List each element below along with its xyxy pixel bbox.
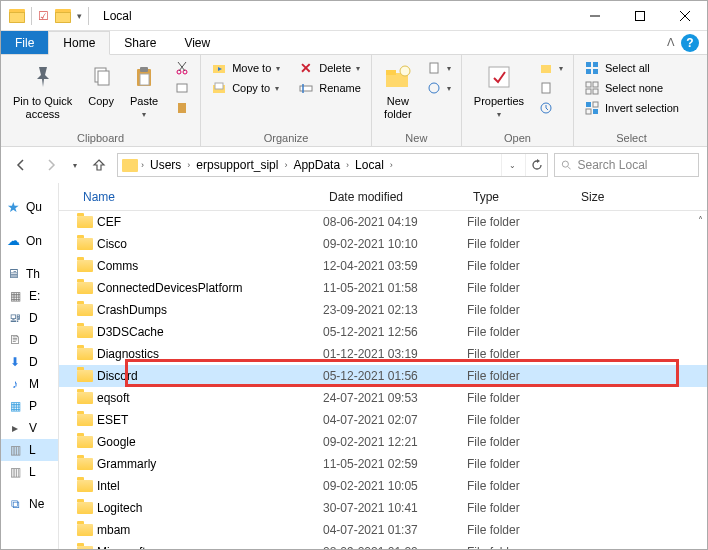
tab-view[interactable]: View <box>170 31 224 54</box>
cut-button[interactable] <box>170 59 194 77</box>
qat-folder-icon[interactable] <box>9 9 25 23</box>
col-name[interactable]: Name <box>77 190 323 204</box>
table-row[interactable]: CrashDumps23-09-2021 02:13File folder <box>59 299 707 321</box>
row-type: File folder <box>467 413 575 427</box>
select-all-button[interactable]: Select all <box>580 59 683 77</box>
tab-home[interactable]: Home <box>48 31 110 55</box>
back-button[interactable] <box>9 153 33 177</box>
history-button[interactable] <box>534 99 567 117</box>
open-button[interactable]: ▾ <box>534 59 567 77</box>
sidebar: ★Qu ☁On 🖥Th ▦E: 🖳D 🖹D ⬇D ♪M ▦P ▸V ▥L ▥L … <box>1 183 59 549</box>
col-type[interactable]: Type <box>467 190 575 204</box>
tab-file[interactable]: File <box>1 31 48 54</box>
copy-button[interactable]: Copy <box>82 59 120 110</box>
crumb-appdata[interactable]: AppData <box>290 158 343 172</box>
minimize-button[interactable] <box>572 1 617 31</box>
edit-button[interactable] <box>534 79 567 97</box>
address-bar[interactable]: › Users› erpsupport_sipl› AppData› Local… <box>117 153 548 177</box>
refresh-button[interactable] <box>525 154 547 176</box>
properties-button[interactable]: Properties ▾ <box>468 59 530 122</box>
collapse-ribbon-icon[interactable]: ᐱ <box>667 36 675 49</box>
table-row[interactable]: Grammarly11-05-2021 02:59File folder <box>59 453 707 475</box>
new-group-label: New <box>378 130 455 144</box>
sidebar-network[interactable]: ⧉Ne <box>1 493 58 515</box>
table-row[interactable]: Diagnostics01-12-2021 03:19File folder <box>59 343 707 365</box>
recent-locations-button[interactable]: ▾ <box>69 153 81 177</box>
sidebar-item[interactable]: 🖹D <box>1 329 58 351</box>
row-date: 08-06-2021 04:19 <box>323 215 467 229</box>
delete-button[interactable]: ✕Delete ▾ <box>294 59 365 77</box>
col-date[interactable]: Date modified <box>323 190 467 204</box>
crumb-user[interactable]: erpsupport_sipl <box>193 158 281 172</box>
sidebar-onedrive[interactable]: ☁On <box>1 229 58 252</box>
paste-shortcut-button[interactable] <box>170 99 194 117</box>
table-row[interactable]: ConnectedDevicesPlatform11-05-2021 01:58… <box>59 277 707 299</box>
svg-rect-38 <box>593 102 598 107</box>
table-row[interactable]: Cisco09-02-2021 10:10File folder <box>59 233 707 255</box>
row-name: ESET <box>97 413 323 427</box>
table-row[interactable]: Logitech30-07-2021 10:41File folder <box>59 497 707 519</box>
sidebar-item[interactable]: ▥L <box>1 461 58 483</box>
search-box[interactable] <box>554 153 699 177</box>
crumb-users[interactable]: Users <box>147 158 184 172</box>
tab-share[interactable]: Share <box>110 31 170 54</box>
sidebar-item[interactable]: ▦P <box>1 395 58 417</box>
maximize-button[interactable] <box>617 1 662 31</box>
table-row[interactable]: Discord05-12-2021 01:56File folder <box>59 365 707 387</box>
row-name: mbam <box>97 523 323 537</box>
row-date: 04-07-2021 02:07 <box>323 413 467 427</box>
sidebar-item[interactable]: ▸V <box>1 417 58 439</box>
svg-rect-29 <box>586 62 591 67</box>
rename-button[interactable]: Rename <box>294 79 365 97</box>
sidebar-item[interactable]: ♪M <box>1 373 58 395</box>
sidebar-item[interactable]: 🖳D <box>1 307 58 329</box>
sidebar-this-pc[interactable]: 🖥Th <box>1 262 58 285</box>
forward-button[interactable] <box>39 153 63 177</box>
table-row[interactable]: Intel09-02-2021 10:05File folder <box>59 475 707 497</box>
close-button[interactable] <box>662 1 707 31</box>
select-none-button[interactable]: Select none <box>580 79 683 97</box>
qat-properties-icon[interactable]: ☑ <box>38 9 49 23</box>
row-name: Logitech <box>97 501 323 515</box>
move-to-button[interactable]: Move to ▾ <box>207 59 284 77</box>
row-name: Grammarly <box>97 457 323 471</box>
row-type: File folder <box>467 347 575 361</box>
table-row[interactable]: Microsoft08-09-2021 01:20File folder <box>59 541 707 549</box>
col-size[interactable]: Size <box>575 190 707 204</box>
row-date: 30-07-2021 10:41 <box>323 501 467 515</box>
ribbon-tabs: File Home Share View ᐱ ? <box>1 31 707 55</box>
table-row[interactable]: mbam04-07-2021 01:37File folder <box>59 519 707 541</box>
search-input[interactable] <box>577 158 692 172</box>
sidebar-quick-access[interactable]: ★Qu <box>1 195 58 219</box>
easy-access-button[interactable]: ▾ <box>422 79 455 97</box>
table-row[interactable]: D3DSCache05-12-2021 12:56File folder <box>59 321 707 343</box>
qat-customize-icon[interactable]: ▾ <box>77 11 82 21</box>
row-type: File folder <box>467 545 575 549</box>
copy-to-button[interactable]: Copy to ▾ <box>207 79 284 97</box>
up-button[interactable] <box>87 153 111 177</box>
crumb-local[interactable]: Local <box>352 158 387 172</box>
address-dropdown-button[interactable]: ⌄ <box>501 154 523 176</box>
open-group-label: Open <box>468 130 567 144</box>
sidebar-item[interactable]: ▥L <box>1 439 58 461</box>
paste-button[interactable]: Paste ▾ <box>124 59 164 122</box>
invert-selection-button[interactable]: Invert selection <box>580 99 683 117</box>
row-date: 12-04-2021 03:59 <box>323 259 467 273</box>
table-row[interactable]: eqsoft24-07-2021 09:53File folder <box>59 387 707 409</box>
row-name: D3DSCache <box>97 325 323 339</box>
svg-rect-7 <box>140 67 148 72</box>
qat-folder2-icon[interactable] <box>55 9 71 23</box>
pin-to-quick-access-button[interactable]: Pin to Quick access <box>7 59 78 123</box>
table-row[interactable]: CEF08-06-2021 04:19File folder <box>59 211 707 233</box>
help-icon[interactable]: ? <box>681 34 699 52</box>
table-row[interactable]: Google09-02-2021 12:21File folder <box>59 431 707 453</box>
sidebar-item[interactable]: ⬇D <box>1 351 58 373</box>
table-row[interactable]: Comms12-04-2021 03:59File folder <box>59 255 707 277</box>
new-folder-button[interactable]: New folder <box>378 59 418 123</box>
copy-path-button[interactable] <box>170 79 194 97</box>
new-item-button[interactable]: ▾ <box>422 59 455 77</box>
row-type: File folder <box>467 281 575 295</box>
svg-rect-1 <box>635 11 644 20</box>
sidebar-item[interactable]: ▦E: <box>1 285 58 307</box>
table-row[interactable]: ESET04-07-2021 02:07File folder <box>59 409 707 431</box>
